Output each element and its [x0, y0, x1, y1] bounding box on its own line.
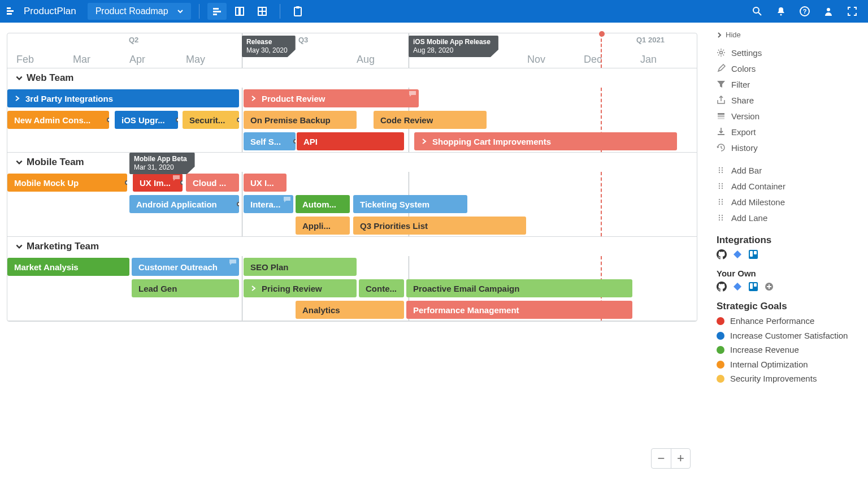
roadmap-bar[interactable]: Self S...	[244, 132, 296, 150]
strategic-goal[interactable]: Internal Optimization	[717, 359, 861, 370]
bar-label: Proactive Email Campaign	[413, 284, 519, 293]
notifications-button[interactable]	[771, 3, 791, 20]
side-add-add-lane[interactable]: Add Lane	[717, 210, 861, 226]
trello-icon[interactable]	[748, 249, 758, 259]
side-add-add-container[interactable]: Add Container	[717, 178, 861, 194]
side-menu-export[interactable]: Export	[717, 124, 861, 140]
month-label: Dec	[584, 54, 602, 66]
roadmap-bar[interactable]: On Premise Backup	[244, 111, 357, 129]
goal-color-dot	[717, 332, 724, 340]
roadmap-bar[interactable]: Autom...	[296, 195, 350, 213]
roadmap-dropdown[interactable]: Product Roadmap	[88, 3, 191, 20]
jira-icon[interactable]	[732, 282, 743, 292]
roadmap-bar[interactable]: Mobile Mock Up	[7, 174, 127, 192]
side-menu-share[interactable]: Share	[717, 92, 861, 108]
month-label: Jan	[640, 54, 657, 66]
side-add-label: Add Container	[731, 181, 785, 191]
milestone-marker[interactable]: iOS Mobile App ReleaseAug 28, 2020	[409, 36, 498, 57]
roadmap-bar[interactable]: Product Review	[244, 89, 419, 107]
side-menu-colors[interactable]: Colors	[717, 60, 861, 76]
side-add-add-milestone[interactable]: Add Milestone	[717, 194, 861, 210]
roadmap-bar[interactable]: API	[297, 132, 404, 150]
roadmap-bar[interactable]: Android Application	[129, 195, 239, 213]
roadmap-bar[interactable]: Q3 Priorities List	[353, 217, 526, 235]
svg-rect-51	[750, 283, 753, 289]
svg-rect-12	[296, 6, 300, 8]
lane-header[interactable]: Mobile Team	[7, 153, 697, 172]
add-integration-icon[interactable]	[764, 282, 774, 292]
roadmap-bar[interactable]: Code Review	[374, 111, 487, 129]
roadmap-bar[interactable]: Proactive Email Campaign	[406, 279, 632, 297]
search-button[interactable]	[747, 3, 767, 20]
roadmap-bar[interactable]: Intera...	[244, 195, 293, 213]
roadmap-bar[interactable]: SEO Plan	[244, 258, 357, 276]
zoom-out-button[interactable]: −	[652, 449, 671, 468]
strategic-goal[interactable]: Security Improvements	[717, 373, 861, 384]
bar-label: Securit...	[189, 115, 225, 125]
chevron-down-icon	[15, 158, 23, 166]
side-menu-history[interactable]: History	[717, 140, 861, 155]
view-timeline-button[interactable]	[207, 3, 227, 20]
hide-panel-button[interactable]: Hide	[717, 31, 861, 39]
account-button[interactable]	[818, 3, 839, 20]
roadmap-bar[interactable]: Lead Gen	[132, 279, 239, 297]
milestone-marker[interactable]: Mobile App BetaMar 31, 2020	[129, 153, 195, 174]
side-add-add-bar[interactable]: Add Bar	[717, 162, 861, 178]
roadmap-bar[interactable]: Securit...	[183, 111, 239, 129]
svg-point-19	[720, 51, 723, 54]
roadmap-bar[interactable]: Analytics	[296, 301, 404, 319]
lane-row: New Admin Cons...iOS Upgr...Securit...On…	[7, 109, 697, 131]
roadmap-bar[interactable]: Conte...	[359, 279, 404, 297]
svg-point-15	[780, 14, 782, 16]
roadmap-bar[interactable]: Cloud ...	[186, 174, 239, 192]
roadmap-bar[interactable]: Shopping Cart Improvements	[414, 132, 677, 150]
hide-label: Hide	[726, 31, 741, 39]
lane-header[interactable]: Web Team	[7, 68, 697, 88]
roadmap-bar[interactable]: Performance Management	[406, 301, 632, 319]
lane-body: Market AnalysisCustomer OutreachSEO Plan…	[7, 256, 697, 321]
lane-name: Marketing Team	[27, 241, 99, 252]
side-menu-filter[interactable]: Filter	[717, 76, 861, 92]
roadmap-bar[interactable]: Customer Outreach	[132, 258, 239, 276]
expand-chevron-icon	[250, 95, 256, 102]
fullscreen-button[interactable]	[842, 3, 862, 20]
roadmap-dropdown-label: Product Roadmap	[96, 6, 168, 16]
github-icon[interactable]	[717, 282, 727, 292]
strategic-goal[interactable]: Enhance Performance	[717, 315, 861, 327]
bar-label: Customer Outreach	[138, 262, 218, 272]
view-board-button[interactable]	[230, 3, 249, 20]
svg-rect-3	[213, 8, 219, 10]
roadmap-bar[interactable]: UX Im...	[133, 174, 183, 192]
your-own-heading: Your Own	[717, 269, 861, 278]
svg-rect-22	[718, 118, 724, 119]
zoom-in-button[interactable]: +	[671, 449, 690, 468]
roadmap-bar[interactable]: iOS Upgr...	[115, 111, 178, 129]
svg-rect-2	[7, 13, 12, 15]
jira-icon[interactable]	[732, 249, 743, 259]
roadmap-bar[interactable]: New Admin Cons...	[7, 111, 109, 129]
side-menu-version[interactable]: Version	[717, 108, 861, 124]
svg-rect-5	[213, 14, 217, 15]
svg-rect-49	[754, 251, 757, 254]
grip-icon	[717, 197, 726, 206]
lane-header[interactable]: Marketing Team	[7, 237, 697, 256]
clipboard-button[interactable]	[288, 3, 307, 20]
roadmap-bar[interactable]: Pricing Review	[244, 279, 357, 297]
svg-rect-11	[294, 7, 301, 16]
roadmap-bar[interactable]: 3rd Party Integrations	[7, 89, 239, 107]
view-table-button[interactable]	[253, 3, 272, 20]
strategic-goal[interactable]: Increase Revenue	[717, 344, 861, 356]
trello-icon[interactable]	[748, 282, 758, 292]
milestone-marker[interactable]: ReleaseMay 30, 2020	[242, 36, 296, 57]
side-menu-settings[interactable]: Settings	[717, 45, 861, 60]
strategic-goals-heading: Strategic Goals	[717, 301, 861, 312]
help-button[interactable]: ?	[795, 3, 815, 20]
roadmap-bar[interactable]: UX I...	[244, 174, 287, 192]
quarter-label: Q1 2021	[636, 36, 665, 44]
roadmap-bar[interactable]: Ticketing System	[353, 195, 467, 213]
roadmap-bar[interactable]: Appli...	[296, 217, 350, 235]
roadmap-bar[interactable]: Market Analysis	[7, 258, 129, 276]
strategic-goal[interactable]: Increase Customer Satisfaction	[717, 330, 861, 341]
bar-label: Autom...	[302, 200, 336, 209]
github-icon[interactable]	[717, 249, 727, 259]
